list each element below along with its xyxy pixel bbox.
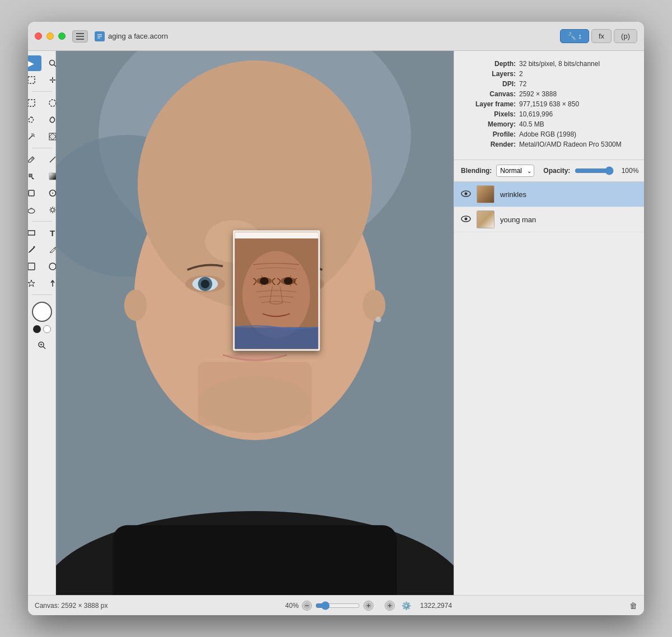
sidebar-toggle[interactable] [72,30,88,43]
info-row-layerframe: Layer frame: 977,1519 638 × 850 [465,100,633,108]
gear-button[interactable]: ⚙️ [402,601,411,610]
layer-item-youngman[interactable]: young man [454,207,644,232]
svg-line-14 [31,133,32,134]
svg-line-31 [54,208,54,208]
right-panel: Depth: 32 bits/pixel, 8 bits/channel Lay… [454,51,644,595]
svg-line-15 [34,136,35,137]
statusbar-canvas-info: Canvas: 2592 × 3888 px [35,602,108,610]
magic-wand-tool[interactable] [28,129,41,144]
tool-divider-2 [32,148,52,148]
depth-label: Depth: [465,60,516,68]
delete-layer-btn[interactable]: 🗑 [629,601,637,610]
titlebar: aging a face.acorn 🔧 ↕ fx (p) [28,22,644,51]
info-row-pixels: Pixels: 10,619,996 [465,110,633,118]
layer-name-wrinkles: wrinkles [500,190,637,199]
svg-line-32 [50,212,50,212]
select-tool[interactable]: ▶ [28,55,41,71]
layerframe-label: Layer frame: [465,100,516,108]
crop-tool[interactable] [28,72,41,88]
foreground-color[interactable] [32,302,52,322]
zoom-out-btn[interactable] [302,601,312,611]
svg-point-61 [376,317,381,322]
header-buttons: 🔧 ↕ fx (p) [560,29,637,43]
paint-bucket-tool[interactable] [28,168,41,184]
tool-divider-3 [32,221,52,222]
pen-tool[interactable] [28,242,41,257]
render-value: Metal/IO/AMD Radeon Pro 5300M [519,140,622,148]
rect-marquee-tool[interactable] [28,95,41,111]
canvas-label: Canvas: [465,90,516,98]
visibility-icon-youngman[interactable] [461,215,471,224]
visibility-icon-wrinkles[interactable] [461,190,471,199]
svg-rect-47 [113,525,396,595]
eraser-tool[interactable] [28,185,41,201]
svg-rect-9 [28,77,35,83]
lasso-tool[interactable] [28,112,41,128]
opacity-slider[interactable] [575,166,614,175]
pixels-value: 10,619,996 [519,110,553,118]
profile-label: Profile: [465,130,516,138]
svg-line-29 [50,208,50,208]
canvas-background [56,51,454,595]
p-btn[interactable]: (p) [614,29,637,43]
zoom-slider[interactable] [315,601,360,610]
rect-vector-tool[interactable] [28,259,41,274]
svg-rect-19 [49,173,56,180]
window-title: aging a face.acorn [108,32,168,40]
doc-icon [95,31,105,41]
canvas-area[interactable] [56,51,454,595]
blending-label: Blending: [461,167,492,175]
traffic-lights [35,32,66,40]
svg-line-12 [29,135,32,139]
svg-rect-6 [97,38,100,39]
svg-point-11 [49,100,56,106]
blending-select[interactable]: Normal Multiply Screen Overlay [496,165,534,177]
svg-line-30 [54,212,54,212]
toolbar-toggle-btn[interactable]: 🔧 ↕ [560,29,589,43]
dpi-value: 72 [519,80,526,88]
svg-rect-10 [28,100,35,106]
info-row-memory: Memory: 40.5 MB [465,120,633,128]
svg-point-24 [51,208,54,212]
maximize-button[interactable] [58,32,66,40]
memory-label: Memory: [465,120,516,128]
layer-thumb-youngman [477,210,494,228]
magnifier-tool[interactable] [32,338,52,353]
svg-marker-37 [28,280,35,287]
layer-item-wrinkles[interactable]: wrinkles [454,182,644,207]
svg-point-63 [198,376,312,433]
statusbar: Canvas: 2592 × 3888 px 40% [28,595,644,615]
layers-label: Layers: [465,70,516,78]
close-button[interactable] [35,32,42,40]
rect-shape-tool[interactable] [28,225,41,241]
svg-point-75 [465,217,468,220]
layers-panel: Blending: Normal Multiply Screen Overlay… [454,160,644,595]
star-tool[interactable] [28,275,41,291]
layers-list: wrinkles young man [454,182,644,595]
color-swatches [33,325,51,333]
info-panel: Depth: 32 bits/pixel, 8 bits/channel Lay… [454,51,644,160]
opacity-label: Opacity: [543,167,570,175]
smudge-tool[interactable] [28,202,41,218]
svg-rect-64 [235,232,318,238]
canvas-value: 2592 × 3888 [519,90,557,98]
svg-point-23 [28,209,35,213]
zoom-in-btn[interactable] [363,601,374,611]
eyedropper-tool[interactable] [28,152,41,167]
fx-btn[interactable]: fx [591,29,612,43]
info-row-depth: Depth: 32 bits/pixel, 8 bits/channel [465,60,633,68]
add-layer-btn[interactable] [385,601,395,611]
layerframe-value: 977,1519 638 × 850 [519,100,579,108]
zoom-value: 40% [285,602,298,610]
info-row-profile: Profile: Adobe RGB (1998) [465,130,633,138]
svg-rect-20 [29,190,34,196]
foreground-swatch[interactable] [33,325,41,333]
svg-point-68 [260,277,269,285]
svg-line-40 [43,346,45,349]
svg-point-70 [284,277,293,285]
minimize-button[interactable] [46,32,54,40]
svg-point-36 [49,263,56,270]
tool-divider-4 [32,294,52,295]
svg-rect-4 [97,34,102,35]
background-swatch[interactable] [43,325,51,333]
